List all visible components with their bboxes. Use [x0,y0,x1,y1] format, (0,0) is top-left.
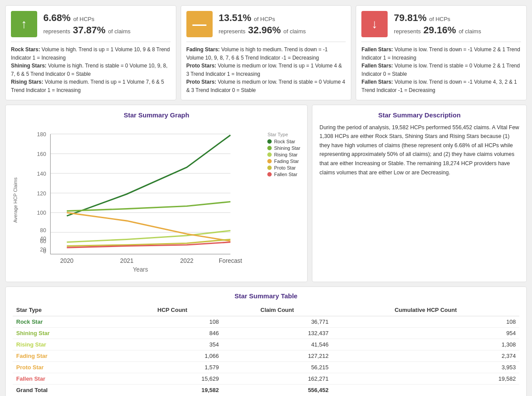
cell-hcp-count: 1,579 [122,361,223,373]
rising-star-dot [267,152,272,157]
rock-star-dot [267,139,272,144]
fallen-star-label: Fallen Star [274,172,297,177]
cell-hcp-count: 108 [122,316,223,327]
description-card: Star Summary Description During the peri… [312,105,527,282]
card-down-text: Fallen Stars: Volume is low. Trend is do… [361,46,521,95]
cell-cumulative: 954 [332,327,519,339]
legend-title: Star Type [267,132,300,137]
table-row: Rock Star 108 36,771 108 [13,316,519,327]
cell-claim-count: 36,771 [222,316,332,327]
card-stable-text: Fading Stars: Volume is high to medium. … [186,46,346,95]
description-title: Star Summary Description [319,111,519,119]
cell-cumulative: 108 [332,316,519,327]
legend-proto-star: Proto Star [267,165,300,170]
card-up: ↑ 6.68% of HCPs represents 37.87% of cla… [5,5,176,100]
grand-total-label: Grand Total [13,384,122,396]
cell-star-type: Fading Star [13,350,122,361]
up-hcp-label: of HCPs [73,16,94,22]
col-hcp-count: HCP Count [122,304,223,316]
up-claims-pct: 37.87% [73,25,105,36]
fading-star-dot [267,159,272,163]
summary-table: Star Type HCP Count Claim Count Cumulati… [13,304,519,396]
stat-represents: represents 37.87% of claims [43,25,130,36]
card-stable: — 13.51% of HCPs represents 32.96% of cl… [181,5,352,100]
up-claims-label: of claims [108,28,130,35]
middle-row: Star Summary Graph Average HCP Claims [5,105,527,282]
chart-main: 180 160 140 120 100 80 60 20 [23,123,263,277]
proto-star-dot [267,166,272,170]
cell-star-type: Shining Star [13,327,122,339]
arrow-down-icon: ↓ [371,17,378,31]
svg-text:2022: 2022 [180,258,193,264]
stable-claims-label: of claims [284,28,306,35]
table-row: Proto Star 1,579 56,215 3,953 [13,361,519,373]
down-hcp-pct: 79.81% [394,12,427,24]
svg-text:Forecast: Forecast [219,258,242,264]
cell-cumulative: 1,308 [332,339,519,350]
table-row: Rising Star 354 41,546 1,308 [13,339,519,350]
col-cumulative: Cumulative HCP Count [332,304,519,316]
icon-up: ↑ [11,11,37,37]
grand-total-cumulative [332,384,519,396]
table-row: Fallen Star 15,629 162,271 19,582 [13,373,519,384]
chart-svg: 180 160 140 120 100 80 60 20 [23,123,263,276]
svg-text:80: 80 [40,227,46,233]
grand-total-row: Grand Total 19,582 556,452 [13,384,519,396]
cell-cumulative: 19,582 [332,373,519,384]
legend-rock-star: Rock Star [267,139,300,144]
svg-text:140: 140 [37,170,46,177]
svg-text:40: 40 [40,236,46,242]
stable-hcps-line: 13.51% of HCPs [219,12,306,24]
chart-legend: Star Type Rock Star Shining Star Rising … [267,123,300,178]
rising-star-label: Rising Star [274,152,298,157]
cell-claim-count: 56,215 [222,361,332,373]
card-down: ↓ 79.81% of HCPs represents 29.16% of cl… [356,5,527,100]
table-row: Fading Star 1,066 127,212 2,374 [13,350,519,361]
top-row: ↑ 6.68% of HCPs represents 37.87% of cla… [5,5,527,100]
cell-cumulative: 2,374 [332,350,519,361]
table-header-row: Star Type HCP Count Claim Count Cumulati… [13,304,519,316]
chart-y-label: Average HCP Claims [13,177,18,223]
down-hcps-line: 79.81% of HCPs [394,12,481,24]
svg-text:2020: 2020 [60,258,74,264]
table-title: Star Summary Table [13,292,519,300]
minus-icon: — [192,17,206,31]
card-stable-stats: 13.51% of HCPs represents 32.96% of clai… [219,12,306,36]
svg-text:180: 180 [37,131,46,137]
cell-claim-count: 41,546 [222,339,332,350]
shining-star-label: Shining Star [274,145,300,151]
stable-hcp-pct: 13.51% [219,12,252,24]
page-container: ↑ 6.68% of HCPs represents 37.87% of cla… [0,0,532,396]
card-up-text: Rock Stars: Volume is high. Trend is up … [11,46,171,95]
legend-shining-star: Shining Star [267,145,300,151]
cell-claim-count: 132,437 [222,327,332,339]
card-up-header: ↑ 6.68% of HCPs represents 37.87% of cla… [11,11,171,37]
fallen-star-dot [267,172,272,177]
down-represents: represents 29.16% of claims [394,25,481,36]
card-down-stats: 79.81% of HCPs represents 29.16% of clai… [394,12,481,36]
icon-stable: — [186,11,213,37]
chart-container: Average HCP Claims 180 [13,123,300,277]
svg-text:2021: 2021 [120,258,133,264]
arrow-up-icon: ↑ [21,17,27,31]
up-represents-label: represents [43,28,70,35]
table-row: Shining Star 846 132,437 954 [13,327,519,339]
grand-total-claims: 556,452 [222,384,332,396]
stable-claims-pct: 32.96% [248,25,281,36]
col-claim-count: Claim Count [222,304,332,316]
cell-hcp-count: 354 [122,339,223,350]
down-claims-label: of claims [458,28,481,35]
chart-card: Star Summary Graph Average HCP Claims [5,105,308,282]
down-claims-pct: 29.16% [424,25,456,36]
svg-text:160: 160 [37,151,46,157]
stable-represents: represents 32.96% of claims [219,25,306,36]
cell-claim-count: 127,212 [222,350,332,361]
cell-star-type: Rising Star [13,339,122,350]
svg-text:0: 0 [43,248,46,254]
svg-text:100: 100 [37,210,46,216]
legend-fading-star: Fading Star [267,159,300,164]
cell-hcp-count: 15,629 [122,373,223,384]
stable-hcp-label: of HCPs [254,16,275,22]
down-represents-label: represents [394,28,420,35]
svg-text:120: 120 [37,190,46,196]
